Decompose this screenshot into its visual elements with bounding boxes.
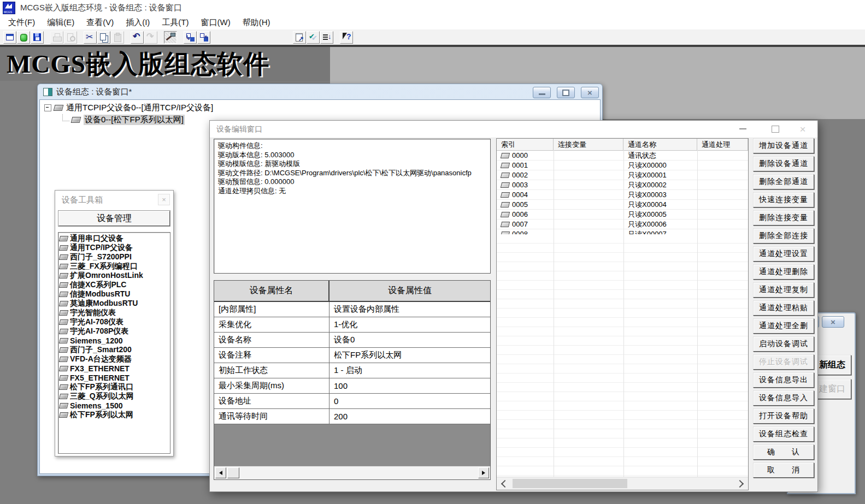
- menu-item[interactable]: 插入(I): [120, 16, 156, 29]
- driver-list-item[interactable]: 松下FP系列以太网: [60, 410, 170, 419]
- col-header-process[interactable]: 通道处理: [697, 139, 748, 150]
- driver-list-item[interactable]: 西门子_Smart200: [60, 345, 170, 354]
- property-row[interactable]: 最小采集周期(ms) 100: [214, 378, 490, 394]
- scrollbar-thumb[interactable]: [513, 479, 627, 488]
- action-button[interactable]: 启动设备调试: [753, 336, 814, 352]
- channel-variable-cell[interactable]: [554, 180, 623, 189]
- action-button[interactable]: 通道处理删除: [753, 264, 814, 280]
- toolbar-button[interactable]: [197, 31, 210, 44]
- action-button[interactable]: 设备信息导入: [753, 390, 814, 406]
- menu-item[interactable]: 查看(V): [80, 16, 120, 29]
- channel-variable-cell[interactable]: [554, 170, 623, 180]
- channel-variable-cell[interactable]: [554, 151, 623, 160]
- action-button[interactable]: 快速连接变量: [753, 192, 814, 207]
- close-button[interactable]: ×: [822, 316, 844, 328]
- channel-row[interactable]: 0007 只读X00006: [497, 220, 748, 229]
- channel-row[interactable]: 0003 只读X00002: [497, 180, 748, 190]
- driver-list-item[interactable]: FX5_ETHERNET: [60, 373, 170, 382]
- toolbox-close-icon[interactable]: ×: [158, 194, 170, 205]
- channel-variable-cell[interactable]: [554, 220, 623, 229]
- toolbar-button[interactable]: [164, 31, 177, 44]
- maximize-button[interactable]: [557, 87, 575, 98]
- property-value-cell[interactable]: 设置设备内部属性: [329, 302, 490, 317]
- action-button[interactable]: 删除全部通道: [753, 174, 814, 189]
- tree-node-parent-device[interactable]: 通用TCPIP父设备0--[通用TCP/IP父设备]: [44, 103, 213, 113]
- driver-list-item[interactable]: 信捷XC系列PLC: [60, 280, 170, 289]
- channel-process-cell[interactable]: [697, 180, 748, 189]
- toolbar-button[interactable]: [307, 31, 320, 44]
- driver-list-item[interactable]: 通用串口父设备: [60, 234, 170, 243]
- channel-process-cell[interactable]: [697, 151, 748, 160]
- toolbar-button[interactable]: [293, 31, 306, 44]
- channel-table-hscrollbar[interactable]: [497, 477, 748, 490]
- driver-list-item[interactable]: VFD-A台达变频器: [60, 354, 170, 364]
- driver-list-item[interactable]: Siemens_1200: [60, 336, 170, 345]
- property-row[interactable]: 设备名称 设备0: [214, 333, 490, 348]
- tree-node-child-device[interactable]: 设备0--[松下FP系列以太网]: [62, 115, 185, 125]
- toolbar-button[interactable]: [144, 31, 157, 44]
- property-value-cell[interactable]: 200: [329, 409, 490, 424]
- scroll-right-icon[interactable]: [478, 467, 489, 478]
- toolbar-button[interactable]: [31, 31, 44, 44]
- device-manage-button[interactable]: 设备管理: [58, 211, 170, 226]
- property-row[interactable]: 设备注释 松下FP系列以太网: [214, 348, 490, 363]
- minimize-button[interactable]: [533, 87, 551, 98]
- channel-process-cell[interactable]: [697, 200, 748, 209]
- action-button[interactable]: 删除设备通道: [753, 156, 814, 171]
- scroll-right-icon[interactable]: [736, 480, 744, 488]
- driver-list-item[interactable]: 三菱_FX系列编程口: [60, 262, 170, 271]
- driver-list-item[interactable]: 松下FP系列通讯口: [60, 382, 170, 392]
- channel-process-cell[interactable]: [697, 161, 748, 170]
- edit-window-titlebar[interactable]: 设备编辑窗口: [210, 121, 817, 138]
- property-value-cell[interactable]: 1-优化: [329, 317, 490, 332]
- action-button[interactable]: 通道处理设置: [753, 246, 814, 262]
- action-button[interactable]: 通道处理复制: [753, 282, 814, 298]
- channel-process-cell[interactable]: [697, 220, 748, 229]
- driver-list-item[interactable]: 通用TCP/IP父设备: [60, 243, 170, 252]
- driver-list-item[interactable]: 西门子_S7200PPI: [60, 252, 170, 262]
- action-button[interactable]: 删除全部连接: [753, 228, 814, 244]
- property-row[interactable]: [内部属性] 设置设备内部属性: [214, 302, 490, 317]
- property-value-cell[interactable]: 松下FP系列以太网: [329, 348, 490, 363]
- toolbar-button[interactable]: [111, 31, 124, 44]
- property-value-cell[interactable]: 100: [329, 378, 490, 393]
- close-button[interactable]: ×: [581, 87, 599, 98]
- toolbar-button[interactable]: [3, 31, 16, 44]
- menu-item[interactable]: 帮助(H): [237, 16, 276, 29]
- toolbar-button[interactable]: [97, 31, 110, 44]
- driver-list-item[interactable]: 宇光AI-708仪表: [60, 317, 170, 327]
- property-row[interactable]: 通讯等待时间 200: [214, 409, 490, 424]
- channel-process-cell[interactable]: [697, 210, 748, 219]
- channel-variable-cell[interactable]: [554, 190, 623, 199]
- menu-item[interactable]: 工具(T): [156, 16, 195, 29]
- action-button[interactable]: 通道处理全删: [753, 318, 814, 334]
- property-value-cell[interactable]: 1 - 启动: [329, 363, 490, 378]
- toolbar-button[interactable]: [340, 31, 353, 44]
- property-value-cell[interactable]: 0: [329, 394, 490, 408]
- action-button[interactable]: 增加设备通道: [753, 138, 814, 153]
- scroll-left-icon[interactable]: [215, 467, 226, 478]
- driver-list-item[interactable]: 三菱_Q系列以太网: [60, 392, 170, 401]
- close-button[interactable]: ×: [790, 121, 815, 137]
- menu-item[interactable]: 窗口(W): [195, 16, 236, 29]
- toolbar-button[interactable]: [131, 31, 144, 44]
- action-button[interactable]: 取 消: [753, 463, 814, 478]
- property-value-cell[interactable]: 设备0: [329, 333, 490, 347]
- menu-item[interactable]: 编辑(E): [41, 16, 80, 29]
- action-button[interactable]: 设备组态检查: [753, 426, 814, 442]
- driver-list-item[interactable]: Siemens_1500: [60, 401, 170, 410]
- driver-list-item[interactable]: 莫迪康ModbusRTU: [60, 299, 170, 308]
- toolbar-button[interactable]: [84, 31, 97, 44]
- toolbar-button[interactable]: [17, 31, 30, 44]
- device-window-titlebar[interactable]: 设备组态 : 设备窗口*: [38, 84, 602, 99]
- col-header-name[interactable]: 通道名称: [623, 139, 697, 150]
- col-header-index[interactable]: 索引: [497, 139, 554, 150]
- action-button[interactable]: 确 认: [753, 444, 814, 460]
- channel-row[interactable]: 0005 只读X00004: [497, 200, 748, 210]
- action-button[interactable]: 设备信息导出: [753, 372, 814, 388]
- property-table-hscrollbar[interactable]: [214, 466, 490, 479]
- channel-variable-cell[interactable]: [554, 161, 623, 170]
- col-header-variable[interactable]: 连接变量: [554, 139, 623, 150]
- driver-list-item[interactable]: 信捷ModbusRTU: [60, 289, 170, 299]
- scrollbar-thumb[interactable]: [227, 467, 239, 478]
